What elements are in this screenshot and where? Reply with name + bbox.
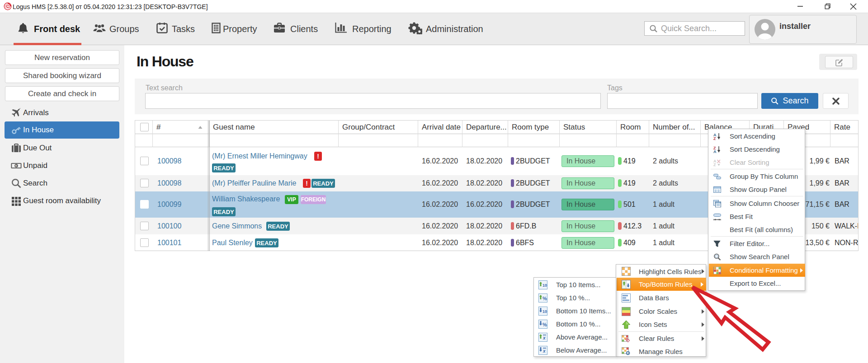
svg-text:%: % [542,296,547,301]
svg-text:1: 1 [16,164,18,168]
svg-text:Z: Z [713,163,716,166]
svg-text:%: % [542,322,547,327]
svg-text:x: x [542,349,546,354]
svg-text:Z: Z [713,136,716,140]
svg-text:x: x [542,335,546,340]
svg-text:A: A [713,149,717,153]
svg-text:10: 10 [542,309,547,314]
svg-text:10: 10 [542,283,547,288]
